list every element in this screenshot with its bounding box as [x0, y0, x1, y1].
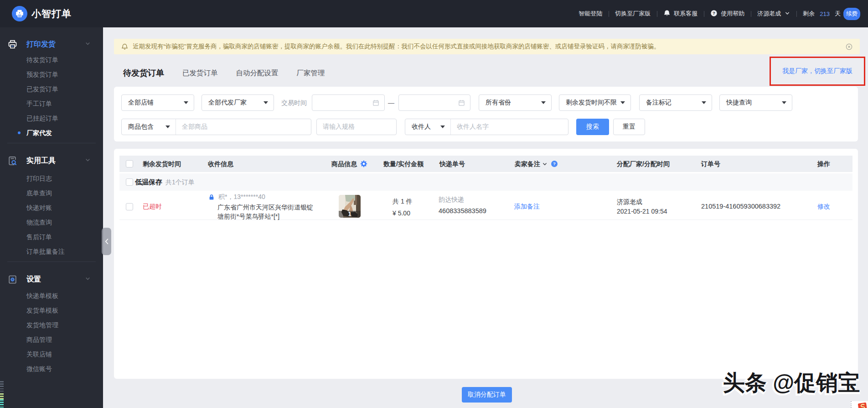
sidebar-divider — [7, 262, 96, 262]
cancel-assign-button[interactable]: 取消分配订单 — [462, 387, 512, 403]
sidebar-item-factory-dropship[interactable]: 厂家代发 — [0, 126, 103, 140]
order-group-row: 低温保存 共1个订单 — [119, 173, 852, 191]
top-menu: 智能登陆 切换至厂家版 联系客服 ?使用帮助 济源老成 剩余213天 续费 — [579, 0, 860, 27]
receiver-masked: 积*，13*******40 — [218, 193, 265, 201]
product-contain-select[interactable]: 商品包含 — [122, 119, 176, 135]
sidebar-items-print-ship: 待发货订单 预发货订单 已发货订单 手工订单 已挂起订单 厂家代发 — [0, 52, 103, 140]
calendar-icon — [458, 99, 465, 106]
sidebar-item-linked-shops[interactable]: 关联店铺 — [0, 347, 103, 361]
corner-stripe-green — [0, 393, 4, 399]
order-status-overdue: 已超时 — [143, 203, 162, 211]
help-circle-icon: ? — [710, 10, 718, 18]
sidebar-group-print-ship[interactable]: 打印发货 — [0, 37, 103, 52]
remaining-prefix: 剩余 — [803, 10, 815, 18]
calendar-icon — [372, 99, 379, 106]
receiver-name-input[interactable]: 收件人名字 — [451, 123, 568, 131]
factory-switch-link[interactable]: 我是厂家，切换至厂家版 — [782, 67, 852, 75]
sidebar-item-ship-address[interactable]: 发货地管理 — [0, 318, 103, 332]
order-row: 已超时 积*，13*******40 广东省广州市天河区兴华街道银锭 塘前街*号… — [119, 191, 852, 220]
sidebar-group-label: 打印发货 — [26, 40, 56, 49]
svg-text:?: ? — [553, 161, 556, 166]
sidebar-item-logistics-query[interactable]: 物流查询 — [0, 215, 103, 230]
sidebar-item-express-template[interactable]: 快递单模板 — [0, 288, 103, 303]
order-amount: ¥ 5.00 — [393, 209, 410, 217]
app-title: 小智打单 — [31, 7, 72, 20]
product-filter-combo: 商品包含 全部商品 — [121, 119, 311, 135]
shop-select[interactable]: 全部店铺 — [121, 94, 194, 111]
add-note-link[interactable]: 添加备注 — [514, 203, 540, 211]
renew-button[interactable]: 续费 — [843, 8, 860, 20]
brand: 小智打单 — [12, 6, 72, 21]
row-checkbox[interactable] — [126, 203, 133, 210]
menu-smart-login-label: 智能登陆 — [579, 10, 602, 18]
product-thumbnail[interactable]: 1 — [339, 195, 361, 218]
date-start-input[interactable] — [312, 94, 385, 111]
help-circle-icon[interactable]: ? — [551, 160, 558, 167]
orders-table-card: 剩余发货时间 收件信息 商品信息 数量/实付金额 快递单号 卖家备注 ? 分配厂… — [114, 149, 858, 379]
col-order-no: 订单号 — [701, 156, 720, 172]
group-checkbox[interactable] — [126, 178, 133, 186]
product-input[interactable]: 全部商品 — [176, 123, 311, 131]
modify-link[interactable]: 修改 — [817, 203, 830, 211]
sidebar-group-settings[interactable]: 设置 — [0, 272, 103, 287]
remaining-days: 剩余213天 — [803, 10, 841, 18]
printer-icon — [8, 40, 17, 49]
tab-pending-orders[interactable]: 待发货订单 — [123, 68, 164, 78]
select-all-checkbox[interactable] — [126, 160, 133, 167]
province-select[interactable]: 所有省份 — [479, 94, 552, 111]
sidebar-item-preship-orders[interactable]: 预发货订单 — [0, 67, 103, 82]
sidebar-item-wechat-account[interactable]: 微信账号 — [0, 361, 103, 376]
chevron-down-icon[interactable] — [542, 162, 548, 167]
date-end-input[interactable] — [398, 94, 470, 111]
user-name: 济源老成 — [757, 10, 781, 18]
user-dropdown[interactable]: 济源老成 — [757, 10, 790, 18]
receiver-select[interactable]: 收件人 — [405, 119, 451, 135]
remaining-days-value: 213 — [820, 10, 830, 17]
sidebar-item-held-orders[interactable]: 已挂起订单 — [0, 111, 103, 126]
chevron-down-icon — [85, 157, 91, 165]
menu-switch-factory[interactable]: 切换至厂家版 — [615, 10, 651, 18]
menu-separator — [751, 11, 751, 17]
col-receiver-info: 收件信息 — [208, 156, 233, 172]
sidebar-group-tools[interactable]: 实用工具 — [0, 153, 103, 168]
group-tag: 低温保存 — [135, 173, 162, 191]
sidebar-collapse-handle[interactable] — [102, 228, 111, 255]
search-button[interactable]: 搜索 — [576, 119, 609, 135]
menu-smart-login[interactable]: 智能登陆 — [579, 10, 602, 18]
remain-ship-time-select[interactable]: 剩余发货时间不限 — [559, 94, 631, 111]
sidebar-item-batch-note[interactable]: 订单批量备注 — [0, 244, 103, 259]
sidebar-item-receipt-query[interactable]: 底单查询 — [0, 186, 103, 200]
menu-help-label: 使用帮助 — [721, 10, 744, 18]
reset-button[interactable]: 重置 — [613, 119, 645, 135]
sidebar-item-ship-template[interactable]: 发货单模板 — [0, 303, 103, 318]
quick-query-select[interactable]: 快捷查询 — [719, 94, 792, 111]
svg-text:?: ? — [713, 10, 715, 16]
close-icon[interactable] — [846, 43, 852, 50]
note-mark-select[interactable]: 备注标记 — [639, 94, 712, 111]
sidebar-item-express-reconcile[interactable]: 快递对账 — [0, 200, 103, 215]
tab-factory-manage[interactable]: 厂家管理 — [297, 68, 325, 78]
address-line2: 塘前街*号菜鸟驿站*[*] — [217, 213, 279, 221]
sidebar-item-manual-orders[interactable]: 手工订单 — [0, 96, 103, 111]
tab-auto-assign-settings[interactable]: 自动分配设置 — [236, 68, 279, 78]
agent-factory-select[interactable]: 全部代发厂家 — [202, 94, 274, 111]
annotation-highlight-box: 我是厂家，切换至厂家版 — [770, 57, 865, 86]
spec-input[interactable]: 请输入规格 — [316, 119, 397, 135]
corner-stripe-teal — [0, 399, 4, 408]
sidebar-item-print-log[interactable]: 打印日志 — [0, 171, 103, 186]
remaining-suffix: 天 — [835, 10, 841, 18]
sidebar-items-tools: 打印日志 底单查询 快递对账 物流查询 售后订单 订单批量备注 — [0, 171, 103, 259]
caret-down-icon — [440, 126, 445, 128]
caret-down-icon — [184, 101, 188, 104]
corner-widget — [0, 381, 4, 408]
chevron-down-icon — [85, 40, 91, 48]
table-header-row: 剩余发货时间 收件信息 商品信息 数量/实付金额 快递单号 卖家备注 ? 分配厂… — [119, 156, 852, 172]
menu-contact-service[interactable]: 联系客服 — [663, 10, 698, 18]
tab-shipped-orders[interactable]: 已发货订单 — [182, 68, 218, 78]
sidebar-item-pending-orders[interactable]: 待发货订单 — [0, 52, 103, 67]
menu-help[interactable]: ?使用帮助 — [710, 10, 744, 18]
sidebar-item-product-manage[interactable]: 商品管理 — [0, 332, 103, 347]
sidebar-item-shipped-orders[interactable]: 已发货订单 — [0, 82, 103, 96]
column-settings-gear-icon[interactable] — [360, 160, 367, 167]
sidebar-item-aftersale-orders[interactable]: 售后订单 — [0, 230, 103, 244]
